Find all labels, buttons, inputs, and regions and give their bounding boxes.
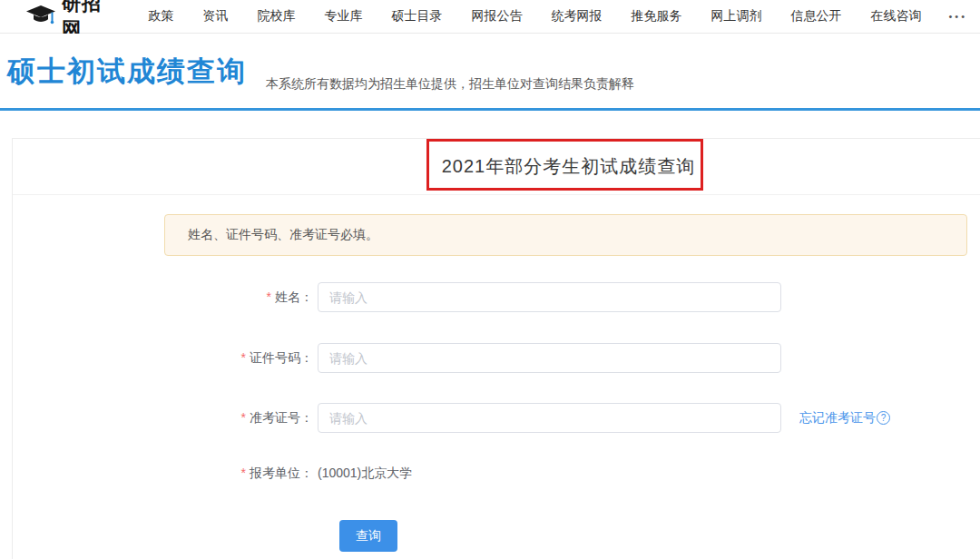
nav-item-news[interactable]: 资讯 bbox=[188, 8, 242, 25]
required-asterisk: * bbox=[241, 466, 246, 480]
nav-item-master-catalog[interactable]: 硕士目录 bbox=[377, 8, 456, 25]
query-button[interactable]: 查询 bbox=[339, 520, 397, 552]
score-query-page: 研招网 政策 资讯 院校库 专业库 硕士目录 网报公告 统考网报 推免服务 网上… bbox=[0, 0, 980, 559]
nav-item-major-library[interactable]: 专业库 bbox=[309, 8, 377, 25]
page-header: 硕士初试成绩查询 本系统所有数据均为招生单位提供，招生单位对查询结果负责解释 bbox=[0, 34, 980, 108]
top-navbar: 研招网 政策 资讯 院校库 专业库 硕士目录 网报公告 统考网报 推免服务 网上… bbox=[0, 0, 980, 34]
institution-label: *报考单位： bbox=[13, 466, 318, 482]
nav-item-report-notice[interactable]: 网报公告 bbox=[456, 8, 536, 25]
nav-item-unified-exam-registration[interactable]: 统考网报 bbox=[536, 8, 616, 25]
ticket-number-label: *准考证号： bbox=[13, 410, 318, 427]
page-subtitle: 本系统所有数据均为招生单位提供，招生单位对查询结果负责解释 bbox=[266, 76, 634, 93]
form-row-name: *姓名： bbox=[13, 282, 980, 312]
form-row-institution: *报考单位： (10001)北京大学 bbox=[13, 458, 980, 488]
more-dots-icon[interactable]: ••• bbox=[936, 11, 980, 22]
card-header: 2021年部分考生初试成绩查询 bbox=[13, 139, 980, 195]
required-asterisk: * bbox=[267, 289, 271, 304]
nav-item-policy[interactable]: 政策 bbox=[133, 8, 188, 25]
query-card: 2021年部分考生初试成绩查询 姓名、证件号码、准考证号必填。 *姓名： *证件… bbox=[12, 138, 980, 559]
id-number-label: *证件号码： bbox=[13, 350, 318, 367]
required-fields-notice: 姓名、证件号码、准考证号必填。 bbox=[164, 214, 967, 256]
forgot-ticket-link[interactable]: 忘记准考证号? bbox=[799, 410, 890, 427]
id-number-input[interactable] bbox=[318, 343, 781, 373]
form-row-id-number: *证件号码： bbox=[13, 343, 980, 373]
nav-item-online-adjustment[interactable]: 网上调剂 bbox=[696, 8, 776, 25]
name-input[interactable] bbox=[318, 282, 781, 312]
institution-value: (10001)北京大学 bbox=[318, 466, 412, 482]
nav-item-info-disclosure[interactable]: 信息公开 bbox=[776, 8, 856, 25]
main-nav: 政策 资讯 院校库 专业库 硕士目录 网报公告 统考网报 推免服务 网上调剂 信… bbox=[133, 8, 980, 25]
form-row-ticket-number: *准考证号： 忘记准考证号? bbox=[13, 403, 980, 433]
question-circle-icon: ? bbox=[877, 411, 890, 425]
required-asterisk: * bbox=[241, 350, 246, 365]
blue-divider bbox=[0, 108, 980, 111]
page-title: 硕士初试成绩查询 bbox=[7, 56, 247, 87]
nav-item-college-library[interactable]: 院校库 bbox=[242, 8, 309, 25]
required-asterisk: * bbox=[241, 410, 246, 425]
nav-item-online-consult[interactable]: 在线咨询 bbox=[856, 8, 936, 25]
ticket-number-input[interactable] bbox=[318, 403, 781, 433]
nav-item-exemption-service[interactable]: 推免服务 bbox=[616, 8, 696, 25]
name-label: *姓名： bbox=[13, 289, 318, 306]
graduation-cap-icon bbox=[25, 4, 56, 30]
form-row-submit: 查询 bbox=[13, 520, 980, 552]
card-heading: 2021年部分考生初试成绩查询 bbox=[442, 154, 696, 179]
